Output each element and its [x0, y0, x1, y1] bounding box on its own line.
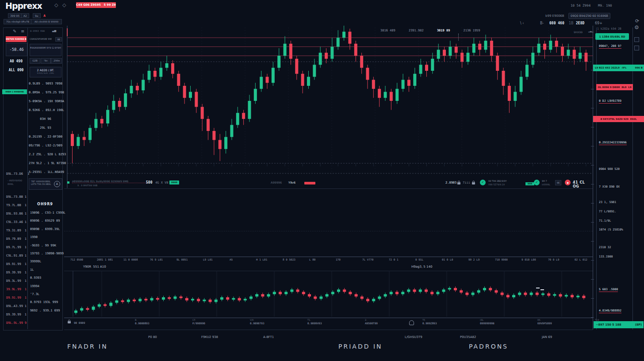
- offer-row[interactable]: 19793 . 19090-9099: [30, 252, 62, 255]
- time-label[interactable]: 2081 1 081: [97, 258, 113, 261]
- time-label[interactable]: 9 010 L00: [521, 258, 536, 261]
- bar-chart-icon[interactable]: ▃▅: [52, 29, 56, 32]
- date-row[interactable]: D9.91.991: [6, 262, 27, 266]
- offer-row[interactable]: 19096 . C93-1 C999L: [30, 211, 62, 215]
- lock-icon[interactable]: [457, 180, 461, 185]
- lock-icon[interactable]: [472, 180, 475, 185]
- pencil-icon[interactable]: ✎: [13, 29, 16, 34]
- time-label[interactable]: L 80: [309, 258, 315, 261]
- time-label[interactable]: 11 0 0008: [123, 258, 138, 261]
- mode-label[interactable]: 4G X V8: [155, 181, 169, 184]
- time-label[interactable]: 70 0 L9: [548, 258, 559, 261]
- date-row[interactable]: D9.39.991: [6, 313, 27, 316]
- quote-pair-row[interactable]: 09/796 . L92-2/909: [29, 144, 62, 147]
- lot-box[interactable]: 2 A020 /.9T. 9r92b 9v9r .299L: [30, 67, 61, 77]
- sidebar-btn-0[interactable]: G2B: [30, 58, 40, 64]
- time-label[interactable]: 170: [336, 258, 341, 261]
- time-label[interactable]: 72 0 1: [389, 258, 399, 261]
- offer-row[interactable]: 19994: [30, 284, 62, 288]
- date-row[interactable]: C9L.91.B91: [6, 254, 27, 257]
- offer-row[interactable]: '7.3L: [30, 292, 62, 296]
- quote-pair-row[interactable]: 0.92K6 . 89J.H 190L: [29, 108, 62, 112]
- diamond-icon[interactable]: ◇: [62, 2, 66, 8]
- order-badge-green[interactable]: 1 1384 05/69L 8D: [595, 33, 629, 40]
- price-control[interactable]: 080 460: [549, 21, 564, 25]
- time-label[interactable]: 01 0 L0: [442, 258, 453, 261]
- diamond-icon[interactable]: ◇: [54, 2, 58, 8]
- date-row[interactable]: D9L.73.BB1: [6, 195, 27, 199]
- date-row[interactable]: T9.7L.BB1: [6, 204, 27, 207]
- mid-red-pill[interactable]: [304, 182, 315, 184]
- price-bar-red[interactable]: OL 8096 9 D80H 8L0 L9: [596, 84, 633, 90]
- offer-row[interactable]: 09096 . 69S29 09: [30, 219, 62, 223]
- time-label[interactable]: 0 91L: [415, 258, 423, 261]
- time-label[interactable]: H 1 L01: [256, 258, 267, 261]
- plus-control[interactable]: 69+: [595, 21, 602, 25]
- position-box[interactable]: 7B7 A99H9X9B9L L9T9 T99.39.9B9L A: [29, 178, 62, 190]
- last-price-tag[interactable]: ~897 150 5 188 (8P): [594, 321, 644, 328]
- account-box[interactable]: R90A99W9M 9Y9 G-9Y9H: [30, 44, 61, 56]
- alert-banner-button[interactable]: C49 G06 Z9S95 5 99 Z9: [76, 2, 116, 8]
- time-label[interactable]: 02 L 012: [575, 258, 587, 261]
- date-row[interactable]: D9.39.991: [6, 271, 27, 274]
- tab-0[interactable]: 399 95: [8, 13, 22, 18]
- offer-row[interactable]: 0909B . 6999.39L: [30, 227, 62, 231]
- price-bar-green[interactable]: L9 B22 692 2G2L9 -9%996 B: [593, 65, 644, 71]
- back-controls[interactable]: \ ‹: [520, 21, 524, 25]
- time-label[interactable]: 9L 0051: [176, 258, 188, 261]
- date-row[interactable]: C9L.33.A61: [6, 220, 27, 224]
- offer-row[interactable]: 1990: [30, 235, 62, 239]
- offer-row[interactable]: 9692 . 939.1 699: [30, 309, 62, 312]
- quote-pair-row[interactable]: 5-29391 . 1LL.N9A99: [29, 170, 62, 174]
- quote-pair-row[interactable]: 2.2 Z9L . 920 L 8Z93: [29, 153, 62, 156]
- menu-icon[interactable]: ≡: [21, 29, 24, 34]
- time-label[interactable]: 710 9900: [495, 258, 508, 261]
- buy-badge[interactable]: 99B9 1 999B99B: [2, 89, 27, 94]
- offer-row[interactable]: -9G93 . 99 99K: [30, 244, 62, 247]
- time-label[interactable]: 76 9 L01: [150, 258, 163, 261]
- time-label[interactable]: 712 0500: [70, 258, 83, 261]
- main-candlestick-chart[interactable]: [64, 26, 593, 188]
- subtab-1[interactable]: A8 c9v999 B 99999: [31, 19, 62, 24]
- date-row[interactable]: 39.9L.991: [6, 288, 27, 291]
- lot-control[interactable]: 1B: [569, 21, 574, 25]
- date-row[interactable]: D9.7L.991: [6, 246, 27, 249]
- date-row[interactable]: D9L.9L.999: [6, 321, 27, 325]
- caret-icon[interactable]: ∧: [43, 13, 46, 18]
- time-axis[interactable]: 712 05002081 1 08111 0 000876 9 L019L 00…: [64, 257, 593, 263]
- quote-pair-row[interactable]: 5-09K9A . 19X 99R9A: [29, 100, 62, 103]
- date-row[interactable]: T9.31.B91: [6, 229, 27, 232]
- tab-1[interactable]: A2: [21, 13, 29, 18]
- offer-row[interactable]: 1L: [30, 268, 62, 272]
- quote-pair-row[interactable]: 29L 93: [29, 126, 62, 130]
- subtab-0[interactable]: 70s n9v9g9 8Rv7B: [4, 19, 32, 24]
- offer-row[interactable]: 39999L: [30, 260, 62, 263]
- date-row[interactable]: D9.3L.991: [6, 279, 27, 283]
- qty-control[interactable]: 2E8D: [576, 21, 584, 25]
- lock-icon[interactable]: [67, 319, 71, 324]
- quote-pair-row[interactable]: 0.9LB9 . 9093 7098: [29, 82, 62, 85]
- tab-2[interactable]: 9a: [33, 13, 41, 18]
- time-label[interactable]: 7L V770: [362, 258, 373, 261]
- indicator-label[interactable]: A8999Rv99B 82L 9aWy9996 9299W9 9M6: [72, 180, 147, 183]
- mode-badge[interactable]: 9999: [169, 180, 179, 184]
- layout-box[interactable]: 9E: [555, 180, 561, 185]
- sell-button[interactable]: 9N7U9 026066 B: [6, 36, 27, 42]
- price-bar-red-wide[interactable]: 8 9XY2T9L 94Z0 929 E02L: [593, 116, 644, 122]
- date-row[interactable]: D9.91.991: [6, 296, 27, 300]
- quote-pair-row[interactable]: 0.2G199 . 22-0F300: [29, 135, 62, 138]
- time-label[interactable]: A5: [230, 258, 233, 261]
- time-label[interactable]: 99 2 L9: [468, 258, 479, 261]
- date-row[interactable]: D9.79.B91: [6, 237, 27, 241]
- date-row[interactable]: D9L.93.B61: [6, 212, 27, 215]
- quote-pair-row[interactable]: 27H 9L2 . 1 9L N7390: [29, 161, 62, 165]
- account-badge[interactable]: 999: [525, 182, 534, 185]
- pre-date-row[interactable]: D9L.73.D6 1: [6, 172, 29, 176]
- date-row[interactable]: D9L.A3.991: [6, 304, 27, 308]
- offer-row[interactable]: 0.9393: [30, 276, 62, 280]
- refresh-icon[interactable]: ⟳: [635, 18, 639, 24]
- b-control[interactable]: B-: [540, 21, 544, 25]
- secondary-candlestick-chart[interactable]: [64, 271, 593, 318]
- time-label[interactable]: 8 0 5023: [283, 258, 295, 261]
- quote-pair-row[interactable]: 0.8R9A . 979.25 998: [29, 91, 62, 94]
